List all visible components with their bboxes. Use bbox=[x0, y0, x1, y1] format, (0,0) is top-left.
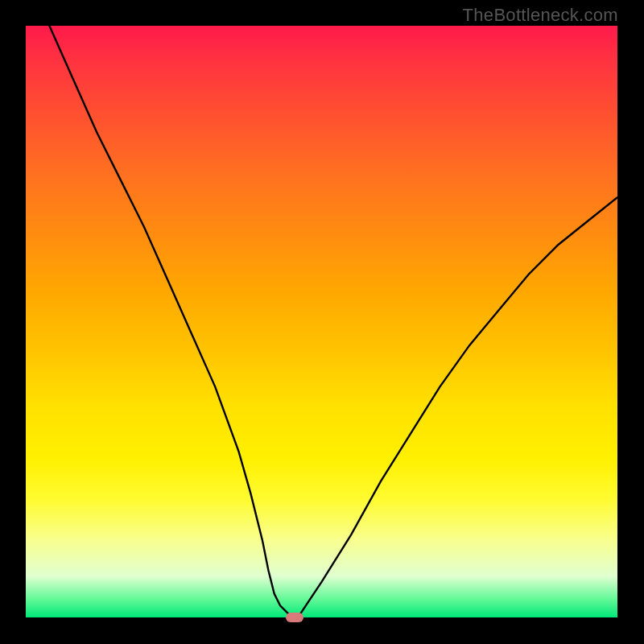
chart-frame: TheBottleneck.com bbox=[0, 0, 644, 644]
bottleneck-curve bbox=[26, 26, 617, 617]
optimum-marker bbox=[286, 613, 303, 622]
watermark-text: TheBottleneck.com bbox=[463, 5, 618, 26]
plot-area bbox=[26, 26, 617, 617]
